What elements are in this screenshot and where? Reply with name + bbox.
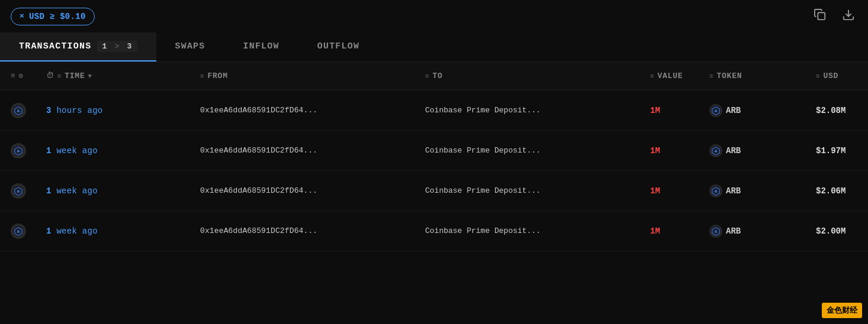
filter-from-icon[interactable]: ≡ [200,73,204,80]
top-bar: × USD ≥ $0.10 [0,0,868,33]
row-usd: $1.97M [816,146,846,155]
row-value-cell: 1M [645,186,705,196]
filter-chip[interactable]: × USD ≥ $0.10 [11,8,95,25]
row-to-cell[interactable]: Coinbase Prime Deposit... [420,226,645,235]
filter-time-icon[interactable]: ≡ [57,73,62,80]
tabs-row: TRANSACTIONS 1 > 3 SWAPS INFLOW OUTFLOW [0,33,868,62]
col-header-to-label: TO [432,72,442,80]
row-token-cell: ARB [705,104,811,117]
arb-icon [11,223,26,239]
filter-token-icon[interactable]: ≡ [709,73,713,80]
time-unit: week ago [56,146,97,155]
token-icon [709,184,722,197]
row-time-cell[interactable]: 3 hours ago [41,106,195,115]
row-from-cell[interactable]: 0x1eeA6ddA68591DC2fD64... [195,106,420,115]
row-usd: $2.00M [816,226,846,236]
arb-icon [11,143,26,158]
token-icon [709,144,722,157]
svg-rect-0 [818,12,825,20]
token-icon [709,225,722,238]
row-time-cell[interactable]: 1 week ago [41,146,195,155]
tab-transactions[interactable]: TRANSACTIONS 1 > 3 [0,33,156,61]
col-header-to[interactable]: ≡ TO [420,72,645,80]
tab-inflow[interactable]: INFLOW [224,33,298,61]
row-usd-cell: $2.06M [811,186,868,196]
row-icon-cell [6,143,41,158]
col-header-usd[interactable]: ≡ USD [811,72,868,80]
tab-outflow[interactable]: OUTFLOW [298,33,378,61]
row-token-cell: ARB [705,184,811,197]
row-to-cell[interactable]: Coinbase Prime Deposit... [420,186,645,195]
row-token: ARB [726,186,741,196]
row-time[interactable]: 3 hours ago [46,106,103,115]
time-unit: hours ago [56,106,102,115]
row-value: 1M [650,186,660,196]
row-icon-cell [6,223,41,239]
row-from-cell[interactable]: 0x1eeA6ddA68591DC2fD64... [195,146,420,155]
row-token: ARB [726,106,741,115]
row-from-cell[interactable]: 0x1eeA6ddA68591DC2fD64... [195,186,420,195]
row-token-cell: ARB [705,225,811,238]
watermark: 金色财经 [822,303,862,318]
row-value-cell: 1M [645,106,705,115]
col-header-value[interactable]: ≡ VALUE [645,72,705,80]
row-from-cell[interactable]: 0x1eeA6ddA68591DC2fD64... [195,226,420,235]
link-icon[interactable]: ⊙ [19,72,24,80]
col-header-from-label: FROM [207,72,227,80]
row-to[interactable]: Coinbase Prime Deposit... [425,226,541,235]
row-time[interactable]: 1 week ago [46,186,98,196]
close-filter-icon[interactable]: × [20,12,24,21]
row-time[interactable]: 1 week ago [46,146,98,155]
row-time-cell[interactable]: 1 week ago [41,186,195,196]
row-to[interactable]: Coinbase Prime Deposit... [425,106,541,115]
filter-to-icon[interactable]: ≡ [425,73,429,80]
col-header-token-label: TOKEN [716,72,742,80]
row-icon-cell [6,183,41,199]
row-value: 1M [650,146,660,155]
time-number: 3 [46,106,52,115]
row-usd: $2.08M [816,106,846,115]
download-button[interactable] [840,7,857,25]
sort-time-icon[interactable]: ▼ [88,73,92,80]
row-usd-cell: $2.08M [811,106,868,115]
col-header-icon: ≡ ⊙ [6,72,41,80]
row-value-cell: 1M [645,146,705,155]
table-row: 1 week ago 0x1eeA6ddA68591DC2fD64... Coi… [0,211,868,251]
tab-inflow-label: INFLOW [243,41,279,51]
column-headers: ≡ ⊙ ⏱ ≡ TIME ▼ ≡ FROM ≡ TO ≡ VALUE ≡ TOK… [0,62,868,90]
filter-usd-icon[interactable]: ≡ [816,73,820,80]
row-value: 1M [650,226,660,236]
row-from[interactable]: 0x1eeA6ddA68591DC2fD64... [200,106,317,115]
time-unit: week ago [56,186,97,196]
row-to-cell[interactable]: Coinbase Prime Deposit... [420,146,645,155]
col-header-from[interactable]: ≡ FROM [195,72,420,80]
token-icon [709,104,722,117]
time-clock-icon: ⏱ [46,72,54,80]
tab-transactions-page: 1 > 3 [97,41,137,52]
copy-button[interactable] [811,7,829,25]
time-number: 1 [46,186,52,196]
table-row: 3 hours ago 0x1eeA6ddA68591DC2fD64... Co… [0,90,868,131]
filter-value-icon[interactable]: ≡ [650,73,654,80]
col-header-token[interactable]: ≡ TOKEN [705,72,811,80]
row-usd: $2.06M [816,186,846,196]
row-token: ARB [726,226,741,236]
time-unit: week ago [56,226,97,236]
col-header-time[interactable]: ⏱ ≡ TIME ▼ [41,72,195,80]
row-to[interactable]: Coinbase Prime Deposit... [425,146,541,155]
row-value: 1M [650,106,660,115]
table-row: 1 week ago 0x1eeA6ddA68591DC2fD64... Coi… [0,131,868,171]
row-from[interactable]: 0x1eeA6ddA68591DC2fD64... [200,186,317,195]
row-to-cell[interactable]: Coinbase Prime Deposit... [420,106,645,115]
tab-swaps[interactable]: SWAPS [156,33,224,61]
row-usd-cell: $2.00M [811,226,868,236]
row-time[interactable]: 1 week ago [46,226,98,236]
row-from[interactable]: 0x1eeA6ddA68591DC2fD64... [200,146,317,155]
filter-all-icon[interactable]: ≡ [11,72,16,80]
table-row: 1 week ago 0x1eeA6ddA68591DC2fD64... Coi… [0,171,868,211]
row-from[interactable]: 0x1eeA6ddA68591DC2fD64... [200,226,317,235]
col-header-value-label: VALUE [657,72,683,80]
time-number: 1 [46,226,52,236]
row-time-cell[interactable]: 1 week ago [41,226,195,236]
row-to[interactable]: Coinbase Prime Deposit... [425,186,541,195]
